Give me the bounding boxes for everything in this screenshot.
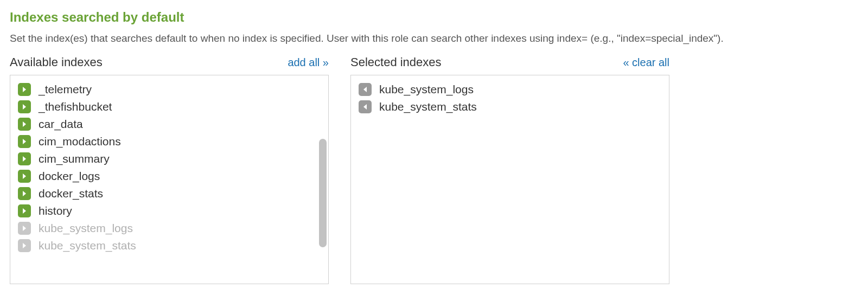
add-icon — [18, 239, 31, 252]
available-item-label: docker_stats — [39, 187, 103, 200]
available-item: kube_system_logs — [10, 220, 328, 237]
add-icon[interactable] — [18, 100, 31, 113]
add-icon[interactable] — [18, 83, 31, 96]
selected-item-label: kube_system_logs — [379, 83, 474, 96]
remove-icon[interactable] — [359, 83, 372, 96]
available-item-label: kube_system_logs — [39, 222, 133, 235]
clear-all-link[interactable]: « clear all — [623, 56, 669, 69]
available-item[interactable]: _telemetry — [10, 81, 328, 98]
selected-item-label: kube_system_stats — [379, 100, 477, 113]
available-item-label: car_data — [39, 118, 83, 131]
remove-icon[interactable] — [359, 100, 372, 113]
available-item-label: _thefishbucket — [39, 100, 112, 113]
available-item-label: history — [39, 204, 72, 217]
selected-item[interactable]: kube_system_stats — [351, 98, 669, 116]
section-description: Set the index(es) that searches default … — [10, 33, 858, 44]
section-title: Indexes searched by default — [10, 10, 858, 25]
available-item-label: cim_summary — [39, 152, 110, 165]
available-item[interactable]: car_data — [10, 116, 328, 133]
add-all-link[interactable]: add all » — [288, 56, 329, 69]
scrollbar-thumb[interactable] — [319, 139, 327, 247]
available-item[interactable]: docker_stats — [10, 185, 328, 202]
selected-header-title: Selected indexes — [350, 55, 442, 69]
available-item[interactable]: _thefishbucket — [10, 98, 328, 116]
add-icon[interactable] — [18, 204, 31, 217]
available-item[interactable]: docker_logs — [10, 168, 328, 185]
add-icon[interactable] — [18, 118, 31, 131]
add-icon[interactable] — [18, 187, 31, 200]
available-item-label: cim_modactions — [39, 135, 121, 148]
available-listbox[interactable]: _telemetry_thefishbucketcar_datacim_moda… — [10, 75, 329, 284]
selected-header: Selected indexes « clear all — [350, 55, 669, 69]
available-item[interactable]: history — [10, 202, 328, 220]
available-item-label: docker_logs — [39, 170, 100, 183]
add-icon[interactable] — [18, 170, 31, 183]
dual-list-container: Available indexes add all » _telemetry_t… — [10, 55, 858, 284]
add-icon — [18, 222, 31, 235]
add-icon[interactable] — [18, 152, 31, 165]
selected-listbox[interactable]: kube_system_logskube_system_stats — [350, 75, 669, 284]
available-panel: Available indexes add all » _telemetry_t… — [10, 55, 329, 284]
available-item-label: kube_system_stats — [39, 239, 136, 252]
available-header-title: Available indexes — [10, 55, 103, 69]
available-item: kube_system_stats — [10, 237, 328, 254]
scrollbar[interactable] — [319, 78, 327, 281]
selected-panel: Selected indexes « clear all kube_system… — [350, 55, 669, 284]
available-item[interactable]: cim_summary — [10, 150, 328, 168]
available-item-label: _telemetry — [39, 83, 92, 96]
add-icon[interactable] — [18, 135, 31, 148]
selected-item[interactable]: kube_system_logs — [351, 81, 669, 98]
available-header: Available indexes add all » — [10, 55, 329, 69]
available-item[interactable]: cim_modactions — [10, 133, 328, 150]
